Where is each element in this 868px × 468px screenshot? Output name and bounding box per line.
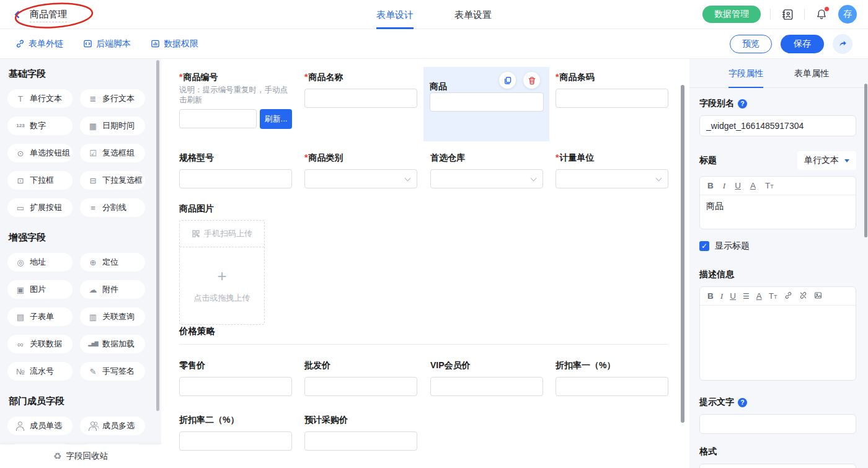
field-product-barcode[interactable]: *商品条码 [556, 71, 668, 108]
palette-item-location[interactable]: ⊕定位 [80, 253, 145, 272]
vip-price-input[interactable] [430, 377, 543, 396]
show-title-checkbox[interactable]: ✓ [699, 241, 709, 251]
palette-item-member-single[interactable]: 成员单选 [7, 417, 73, 435]
preferred-warehouse-select[interactable] [430, 169, 543, 188]
delete-field-button[interactable] [523, 72, 540, 89]
scan-upload-button[interactable]: 手机扫码上传 [180, 221, 264, 247]
product-barcode-input[interactable] [556, 89, 668, 108]
tab-form-properties[interactable]: 表单属性 [794, 59, 829, 88]
field-vip-price[interactable]: VIP会员价 [430, 360, 543, 396]
palette-item-signature[interactable]: ✎手写签名 [80, 362, 145, 381]
field-product-category[interactable]: *商品类别 [304, 152, 417, 188]
palette-item-dropdown[interactable]: ⊡下拉框 [7, 171, 73, 190]
wholesale-price-input[interactable] [304, 377, 417, 396]
palette-item-linked-data[interactable]: ∞关联数据 [7, 335, 73, 353]
palette-item-subform[interactable]: ▤子表单 [7, 307, 73, 326]
product-code-input[interactable] [179, 109, 257, 128]
product-input[interactable] [430, 92, 544, 112]
field-discount-rate-2[interactable]: 折扣率二（%） [179, 414, 292, 451]
field-preferred-warehouse[interactable]: 首选仓库 [430, 152, 543, 188]
field-recycle-bin[interactable]: ♻ 字段回收站 [0, 444, 161, 468]
format-select[interactable]: 无 [699, 464, 856, 468]
data-manage-button[interactable]: 数据管理 [702, 6, 761, 23]
palette-item-member-multi[interactable]: 成员多选 [80, 417, 145, 435]
palette-item-attachment[interactable]: ☁附件 [80, 280, 145, 299]
palette-item-multi-dropdown[interactable]: ⊟下拉复选框 [80, 171, 145, 190]
underline-icon[interactable]: U [735, 182, 741, 190]
estimated-purchase-price-input[interactable] [304, 431, 417, 451]
field-spec-model[interactable]: 规格型号 [179, 152, 292, 188]
preview-button[interactable]: 预览 [730, 35, 772, 53]
retail-price-input[interactable] [179, 377, 292, 396]
insert-link-icon[interactable] [784, 291, 792, 301]
field-wholesale-price[interactable]: 批发价 [304, 360, 417, 396]
help-icon[interactable]: ? [738, 398, 747, 407]
hint-text-input[interactable] [699, 414, 856, 434]
field-type-dropdown[interactable]: 单行文本 [797, 151, 856, 170]
palette-item-number[interactable]: 123数字 [7, 117, 73, 135]
font-size-icon[interactable]: TT [765, 182, 774, 190]
avatar[interactable]: 存 [838, 5, 857, 24]
field-product-code[interactable]: *商品编号 说明：提示编号重复时，手动点击刷新 刷新... [179, 71, 292, 129]
palette-item-extend-button[interactable]: ▭扩展按钮 [7, 198, 73, 217]
page-title[interactable]: 商品管理 [30, 9, 67, 22]
discount-rate-2-input[interactable] [179, 431, 292, 451]
share-button[interactable] [833, 34, 852, 54]
field-unit[interactable]: *计量单位 [556, 152, 668, 188]
tab-form-settings[interactable]: 表单设置 [454, 0, 492, 29]
spec-model-input[interactable] [179, 169, 292, 188]
refresh-button[interactable]: 刷新... [260, 109, 292, 129]
field-discount-rate-1[interactable]: 折扣率一（%） [556, 360, 668, 396]
palette-item-data-load[interactable]: ▂▅▇数据加载 [80, 335, 145, 353]
field-alias-input[interactable] [699, 115, 856, 136]
tab-form-design[interactable]: 表单设计 [376, 0, 414, 29]
italic-icon[interactable]: I [723, 182, 726, 190]
palette-item-multi-line-text[interactable]: ≣多行文本 [80, 89, 145, 108]
underline-icon[interactable]: U [730, 292, 736, 301]
insert-image-icon[interactable] [814, 291, 822, 301]
remove-link-icon[interactable] [799, 291, 807, 301]
palette-item-serial-number[interactable]: №流水号 [7, 362, 73, 381]
palette-item-single-line-text[interactable]: T单行文本 [7, 89, 73, 108]
properties-scrollbar[interactable] [864, 84, 867, 237]
bold-icon[interactable]: B [707, 182, 714, 190]
product-category-select[interactable] [304, 169, 417, 188]
field-estimated-purchase-price[interactable]: 预计采购价 [304, 414, 417, 451]
font-color-icon[interactable]: A [750, 182, 756, 190]
click-drag-upload-area[interactable]: + 点击或拖拽上传 [180, 247, 264, 324]
italic-icon[interactable]: I [720, 292, 724, 301]
palette-item-linked-query[interactable]: ▥关联查询 [80, 307, 145, 326]
backend-script-link[interactable]: 后端脚本 [83, 38, 131, 50]
palette-item-checkbox-group[interactable]: ☑复选框组 [80, 144, 145, 162]
description-editor-content[interactable] [700, 306, 856, 380]
sidebar-scrollbar[interactable] [156, 60, 159, 411]
back-button[interactable] [11, 7, 25, 21]
unit-select[interactable] [556, 169, 668, 188]
field-retail-price[interactable]: 零售价 [179, 360, 292, 396]
tab-field-properties[interactable]: 字段属性 [728, 59, 763, 88]
form-external-link[interactable]: 表单外链 [16, 38, 63, 50]
canvas-scrollbar[interactable] [681, 85, 684, 423]
save-button[interactable]: 保存 [781, 35, 824, 53]
field-product-name[interactable]: *商品名称 [304, 71, 417, 108]
field-product-image[interactable]: 商品图片 手机扫码上传 + 点击或拖拽上传 [179, 203, 292, 325]
font-size-icon[interactable]: TT [769, 292, 777, 301]
data-permission-link[interactable]: 数据权限 [151, 38, 198, 50]
palette-item-address[interactable]: ◎地址 [7, 253, 73, 272]
align-icon[interactable]: ☰ [743, 293, 750, 300]
title-editor-content[interactable]: 商品 [700, 195, 856, 229]
selected-field-product[interactable]: 商品 [423, 67, 549, 141]
palette-item-datetime[interactable]: ▦日期时间 [80, 117, 145, 135]
contacts-book-icon[interactable] [780, 7, 795, 22]
font-color-icon[interactable]: A [756, 292, 762, 301]
product-name-input[interactable] [304, 89, 417, 108]
palette-item-radio-group[interactable]: ⊙单选按钮组 [7, 144, 73, 162]
discount-rate-1-input[interactable] [556, 377, 668, 396]
bold-icon[interactable]: B [707, 292, 714, 301]
palette-item-image[interactable]: ▣图片 [7, 280, 73, 299]
form-design-canvas[interactable]: *商品编号 说明：提示编号重复时，手动点击刷新 刷新... *商品名称 商品 [161, 59, 689, 468]
help-icon[interactable]: ? [738, 99, 747, 108]
palette-item-divider[interactable]: ≡分割线 [80, 198, 145, 217]
copy-field-button[interactable] [499, 72, 516, 89]
notification-bell-icon[interactable] [814, 7, 829, 22]
